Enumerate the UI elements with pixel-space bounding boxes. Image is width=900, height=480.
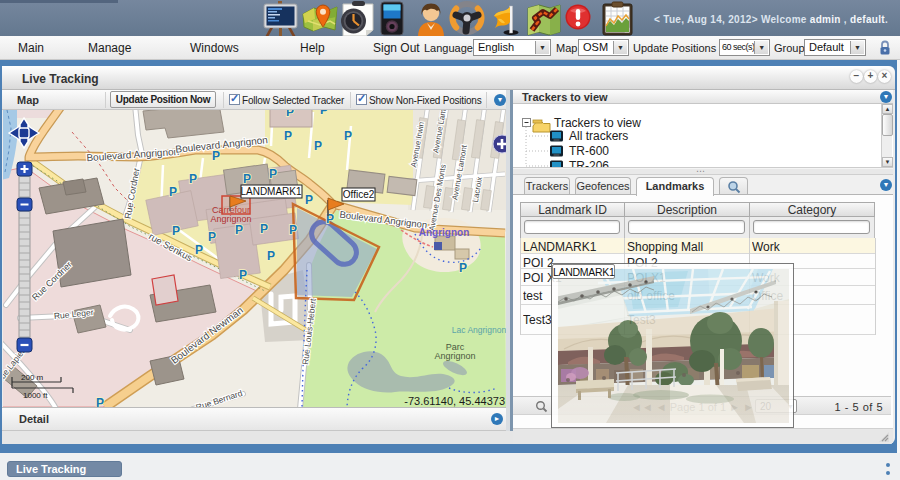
svg-text:P: P <box>459 261 467 275</box>
svg-text:Lac Angrignon: Lac Angrignon <box>452 325 506 335</box>
svg-text:P: P <box>235 223 243 237</box>
svg-text:P: P <box>289 223 297 237</box>
svg-text:P: P <box>243 172 251 186</box>
svg-text:Angrignon: Angrignon <box>419 227 470 238</box>
svg-text:P: P <box>286 110 294 119</box>
svg-text:P: P <box>284 129 292 143</box>
svg-text:P: P <box>320 110 328 117</box>
svg-text:Trackers to view: Trackers to view <box>554 116 641 130</box>
svg-text:200 m: 200 m <box>21 373 44 382</box>
svg-text:-73.61140, 45.44373: -73.61140, 45.44373 <box>404 395 505 407</box>
svg-text:P: P <box>305 193 313 207</box>
svg-text:P: P <box>172 224 180 238</box>
svg-text:TR-600: TR-600 <box>569 144 609 158</box>
svg-text:P: P <box>189 172 197 186</box>
svg-text:TR-206: TR-206 <box>569 159 609 168</box>
svg-text:Office2: Office2 <box>343 189 375 200</box>
svg-text:P: P <box>208 230 216 244</box>
svg-text:LANDMARK1: LANDMARK1 <box>240 186 302 197</box>
svg-text:P: P <box>269 167 277 181</box>
svg-text:P: P <box>96 396 104 407</box>
svg-text:P: P <box>260 222 268 236</box>
svg-text:P: P <box>169 185 177 199</box>
svg-text:All trackers: All trackers <box>569 129 628 143</box>
svg-text:Angrignon: Angrignon <box>434 351 475 361</box>
svg-text:P: P <box>239 268 247 282</box>
svg-text:P: P <box>314 139 322 153</box>
svg-text:1000 ft: 1000 ft <box>23 391 48 400</box>
svg-text:P: P <box>195 243 203 257</box>
svg-text:P: P <box>267 249 275 263</box>
svg-text:P: P <box>344 129 352 143</box>
svg-text:Angrignon: Angrignon <box>210 214 251 224</box>
svg-text:P: P <box>212 149 220 163</box>
